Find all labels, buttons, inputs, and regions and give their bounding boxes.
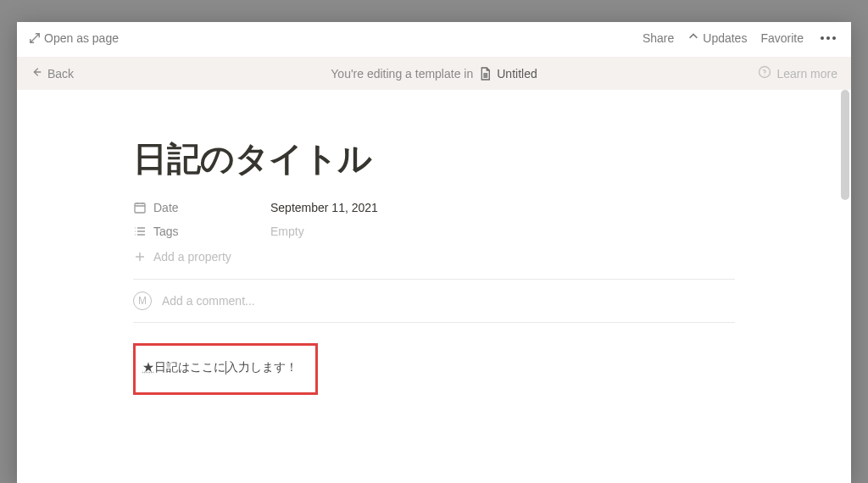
calendar-icon (133, 201, 147, 214)
divider (133, 279, 735, 280)
learn-more-label: Learn more (776, 67, 837, 80)
property-label-tags: Tags (153, 225, 179, 238)
open-as-page-label: Open as page (44, 31, 119, 45)
add-comment-row[interactable]: M Add a comment... (133, 291, 735, 310)
expand-icon (29, 32, 41, 44)
page-modal: Open as page Share Updates Favorite (17, 22, 851, 483)
avatar: M (133, 291, 152, 310)
svg-rect-1 (135, 203, 145, 213)
template-banner: Back You're editing a template in Untitl… (17, 57, 851, 90)
favorite-button[interactable]: Favorite (760, 31, 804, 45)
share-label: Share (643, 31, 674, 45)
property-row-tags[interactable]: Tags Empty (133, 225, 735, 238)
topbar: Open as page Share Updates Favorite (17, 22, 851, 57)
comment-placeholder: Add a comment... (162, 294, 255, 308)
favorite-label: Favorite (760, 31, 804, 45)
back-button[interactable]: Back (31, 66, 74, 80)
page-icon (478, 67, 492, 80)
list-icon (133, 225, 147, 238)
template-info: You're editing a template in Untitled (331, 67, 537, 80)
page-content: 日記のタイトル Date September 11, 2021 (133, 90, 735, 429)
annotation-highlight: ★日記はここに入力します！ (133, 343, 318, 395)
plus-icon (133, 250, 147, 264)
template-editing-text: You're editing a template in (331, 67, 473, 80)
property-value-date[interactable]: September 11, 2021 (270, 201, 378, 214)
property-value-tags[interactable]: Empty (270, 225, 304, 238)
help-icon (758, 65, 771, 81)
avatar-initial: M (138, 295, 147, 307)
add-property-button[interactable]: Add a property (133, 248, 735, 264)
updates-button[interactable]: Updates (687, 31, 747, 45)
arrow-left-icon (31, 66, 42, 80)
share-button[interactable]: Share (643, 31, 674, 45)
divider (133, 322, 735, 323)
chevron-down-icon (687, 31, 699, 45)
scrollbar[interactable] (841, 90, 849, 475)
more-menu-button[interactable] (817, 36, 839, 40)
property-row-date[interactable]: Date September 11, 2021 (133, 201, 735, 214)
template-name[interactable]: Untitled (497, 67, 537, 80)
add-property-label: Add a property (153, 250, 231, 264)
page-title[interactable]: 日記のタイトル (133, 136, 735, 182)
learn-more-link[interactable]: Learn more (758, 65, 837, 81)
open-as-page-button[interactable]: Open as page (29, 31, 119, 45)
properties-section: Date September 11, 2021 Tags Empty (133, 201, 735, 264)
updates-label: Updates (703, 31, 747, 45)
property-label-date: Date (153, 201, 179, 214)
content-text[interactable]: ★日記はここに入力します！ (142, 360, 298, 374)
star-char: ★ (142, 360, 154, 374)
back-label: Back (47, 67, 74, 80)
scrollbar-thumb[interactable] (841, 90, 849, 200)
